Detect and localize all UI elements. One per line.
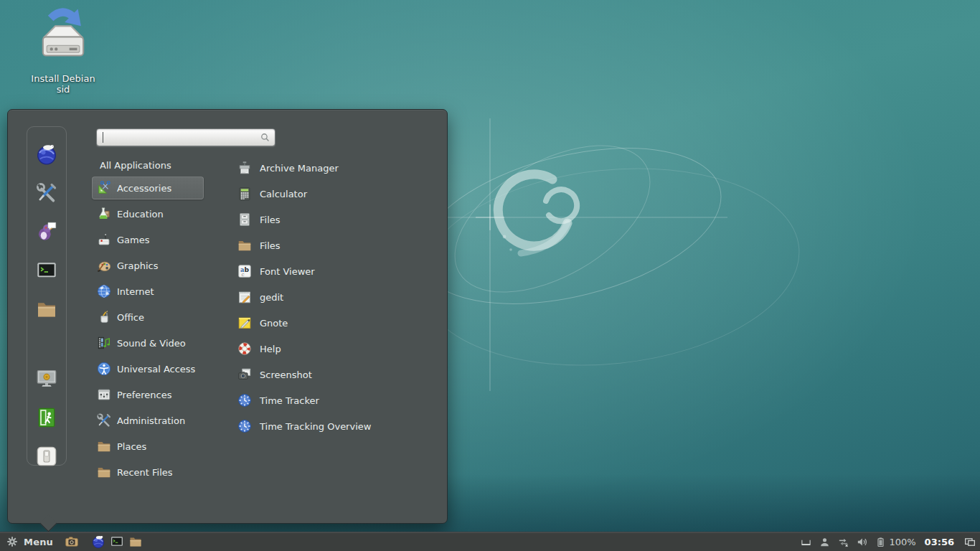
category-label: Games [117,235,149,245]
category-item[interactable]: Education [92,201,204,227]
archive-manager-icon [237,160,253,176]
application-label: Help [260,344,281,354]
desktop-shortcut-install-debian[interactable]: Install Debian sid [26,4,100,95]
category-item[interactable]: Universal Access [92,356,204,382]
file-manager-icon[interactable] [128,534,143,549]
accessories-icon [96,180,112,196]
application-label: Time Tracking Overview [260,421,371,432]
screenshot-icon [237,367,253,382]
workspaces-icon[interactable] [963,535,976,548]
application-item[interactable]: Files [234,207,446,232]
sound-video-icon [96,335,112,351]
universal-access-icon [96,361,112,377]
debian-installer-icon [26,4,100,72]
menu-pointer-arrow [39,514,57,532]
panel-launchers [57,532,145,551]
cinnamon-menu-icon [6,535,19,548]
files-cabinet-icon [237,212,253,227]
window-applet-icon[interactable] [800,536,812,548]
category-label: Recent Files [117,467,173,478]
menu-search-input[interactable] [96,128,275,146]
category-item[interactable]: Places [92,433,204,459]
time-tracker-icon [237,418,253,434]
application-item[interactable]: gedit [234,284,446,310]
education-icon [96,206,112,222]
file-manager-icon[interactable] [35,298,58,321]
network-icon[interactable] [837,536,849,548]
web-browser-icon[interactable] [35,143,58,166]
application-item[interactable]: Screenshot [234,362,446,387]
office-icon [96,309,112,325]
recent-files-icon [96,464,112,480]
category-list: Accessories Education Games Graphics Int… [92,175,207,485]
terminal-icon[interactable] [110,534,124,549]
lock-screen-icon[interactable] [35,367,58,390]
time-tracker-icon [237,392,253,408]
category-item[interactable]: Internet [92,278,204,304]
category-item[interactable]: Graphics [92,253,204,278]
application-label: Gnote [260,318,288,329]
shutdown-icon[interactable] [35,445,58,468]
category-item[interactable]: Administration [92,408,204,433]
category-item[interactable]: Office [92,304,204,330]
application-item[interactable]: Time Tracker [234,387,446,413]
user-applet-icon[interactable] [819,536,831,548]
category-label: Administration [117,415,185,426]
desktop: Install Debian sid All Applications Acce… [0,0,980,551]
bottom-panel: Menu 100% 03:56 [0,532,980,551]
application-item[interactable]: abc Font Viewer [234,258,446,284]
category-label: All Applications [100,160,171,171]
menu-button[interactable]: Menu [0,532,57,551]
volume-icon[interactable] [856,536,868,548]
application-label: Time Tracker [260,395,319,406]
category-label: Sound & Video [117,338,186,349]
category-item[interactable]: Sound & Video [92,330,204,356]
games-icon [96,232,112,248]
category-item[interactable]: Games [92,227,204,253]
panel-clock[interactable]: 03:56 [925,537,954,547]
help-icon [237,341,253,357]
messenger-icon[interactable] [35,220,58,243]
category-label: Office [117,312,144,323]
application-item[interactable]: Help [234,336,446,362]
application-label: Files [260,240,281,251]
preferences-icon [96,387,112,402]
administration-icon [96,413,112,428]
svg-text:b: b [245,265,250,273]
application-item[interactable]: Files [234,232,446,258]
category-label: Universal Access [117,364,195,375]
application-list: Archive Manager Calculator Files Files a… [234,155,446,439]
application-item[interactable]: Time Tracking Overview [234,413,446,439]
category-label: Accessories [117,183,171,194]
application-label: Screenshot [260,369,312,380]
application-label: Files [260,215,281,225]
web-browser-icon[interactable] [91,534,105,549]
screenshot-tool-icon[interactable] [65,534,79,549]
application-label: Font Viewer [260,266,315,277]
gnote-icon [237,315,253,331]
debian-swirl-logo [498,174,577,253]
category-item[interactable]: Recent Files [92,459,204,485]
graphics-icon [96,258,112,273]
application-item[interactable]: Calculator [234,181,446,207]
text-caret [103,132,103,143]
terminal-icon[interactable] [35,259,58,282]
battery-icon[interactable] [875,536,887,548]
application-item[interactable]: Archive Manager [234,155,446,181]
category-item[interactable]: Accessories [92,175,204,201]
menu-button-label: Menu [24,537,53,547]
logout-icon[interactable] [35,406,58,429]
system-tray: 100% 03:56 [800,535,980,548]
application-label: Calculator [260,189,307,199]
places-icon [96,438,112,454]
category-label: Education [117,209,164,220]
calculator-icon [237,186,253,202]
internet-icon [96,283,112,299]
application-label: Archive Manager [260,163,339,174]
tools-icon[interactable] [35,182,58,204]
gedit-icon [237,289,253,305]
category-label: Places [117,441,146,452]
category-item-all-applications[interactable]: All Applications [92,155,207,175]
category-item[interactable]: Preferences [92,382,204,408]
application-item[interactable]: Gnote [234,310,446,336]
